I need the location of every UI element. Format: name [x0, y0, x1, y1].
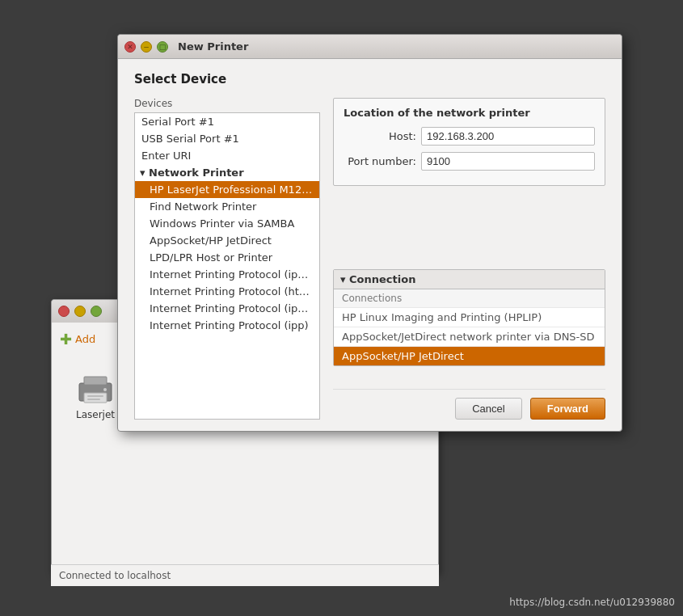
status-text: Connected to localhost [59, 570, 171, 581]
conn-item-hplip[interactable]: HP Linux Imaging and Printing (HPLIP) [334, 308, 605, 327]
two-col-layout: Devices Serial Port #1 USB Serial Port #… [134, 98, 605, 420]
device-list[interactable]: Serial Port #1 USB Serial Port #1 Enter … [134, 112, 320, 420]
conn-item-appsocket[interactable]: AppSocket/HP JetDirect [334, 347, 605, 365]
close-button[interactable]: ✕ [124, 41, 136, 53]
host-field-row: Host: [344, 127, 595, 146]
connection-header: ▾ Connection [334, 270, 605, 289]
dialog-title: New Printer [178, 40, 248, 53]
device-item-serial-port[interactable]: Serial Port #1 [135, 113, 319, 130]
devices-label: Devices [134, 98, 320, 109]
device-item-ipp-ipps[interactable]: Internet Printing Protocol (ipps) [135, 266, 319, 283]
location-section: Location of the network printer Host: Po… [333, 98, 605, 186]
dialog-buttons: Cancel Forward [333, 389, 605, 420]
device-item-hp-laserjet[interactable]: HP LaserJet Professional M1213n [135, 181, 319, 198]
minimize-button[interactable]: − [141, 41, 152, 53]
device-item-usb-serial[interactable]: USB Serial Port #1 [135, 130, 319, 147]
svg-rect-1 [84, 377, 107, 385]
svg-rect-4 [87, 399, 100, 400]
svg-rect-2 [84, 393, 107, 403]
port-label: Port number: [344, 155, 416, 167]
device-item-appsocket[interactable]: AppSocket/HP JetDirect [135, 232, 319, 249]
host-input[interactable] [421, 127, 595, 146]
port-field-row: Port number: [344, 152, 595, 171]
add-printer-btn[interactable]: ✚ Add [60, 331, 95, 348]
spacer [333, 197, 605, 258]
url-bar: https://blog.csdn.net/u012939880 [509, 597, 675, 608]
bg-min-btn[interactable] [74, 306, 86, 317]
connection-list: Connections HP Linux Imaging and Printin… [334, 289, 605, 365]
url-text: https://blog.csdn.net/u012939880 [509, 597, 675, 608]
device-item-ipp-https[interactable]: Internet Printing Protocol (https) [135, 283, 319, 300]
dialog-body: Select Device Devices Serial Port #1 USB… [118, 59, 622, 431]
plus-icon: ✚ [60, 331, 72, 348]
status-bar: Connected to localhost [51, 564, 439, 586]
add-label: Add [75, 333, 95, 345]
device-item-lpd-lpr[interactable]: LPD/LPR Host or Printer [135, 249, 319, 266]
right-panel: Location of the network printer Host: Po… [333, 98, 605, 420]
bg-max-btn[interactable] [91, 306, 102, 317]
conn-item-appsocket-dns[interactable]: AppSocket/JetDirect network printer via … [334, 327, 605, 347]
printer-label: Laserjet [76, 409, 115, 420]
device-item-find-network[interactable]: Find Network Printer [135, 198, 319, 215]
device-panel: Devices Serial Port #1 USB Serial Port #… [134, 98, 320, 420]
section-title: Select Device [134, 72, 605, 86]
forward-button[interactable]: Forward [530, 398, 605, 420]
dialog-titlebar: ✕ − □ New Printer [118, 35, 622, 59]
connections-label: Connections [334, 289, 605, 308]
maximize-button[interactable]: □ [157, 41, 168, 53]
connection-section: ▾ Connection Connections HP Linux Imagin… [333, 269, 605, 366]
port-input[interactable] [421, 152, 595, 171]
device-item-ipp14[interactable]: Internet Printing Protocol (ipp14) [135, 300, 319, 317]
printer-icon-area: Laserjet [76, 372, 115, 420]
printer-icon [76, 372, 115, 406]
device-item-windows-samba[interactable]: Windows Printer via SAMBA [135, 215, 319, 232]
new-printer-dialog: ✕ − □ New Printer Select Device Devices … [117, 34, 622, 432]
cancel-button[interactable]: Cancel [455, 398, 521, 420]
svg-rect-3 [87, 395, 103, 397]
svg-point-5 [103, 388, 107, 391]
host-label: Host: [344, 130, 416, 142]
bg-close-btn[interactable] [58, 306, 70, 317]
location-title: Location of the network printer [344, 107, 595, 119]
device-item-ipp[interactable]: Internet Printing Protocol (ipp) [135, 317, 319, 334]
device-item-network-printer[interactable]: ▾ Network Printer [135, 164, 319, 181]
device-item-enter-uri[interactable]: Enter URI [135, 147, 319, 164]
